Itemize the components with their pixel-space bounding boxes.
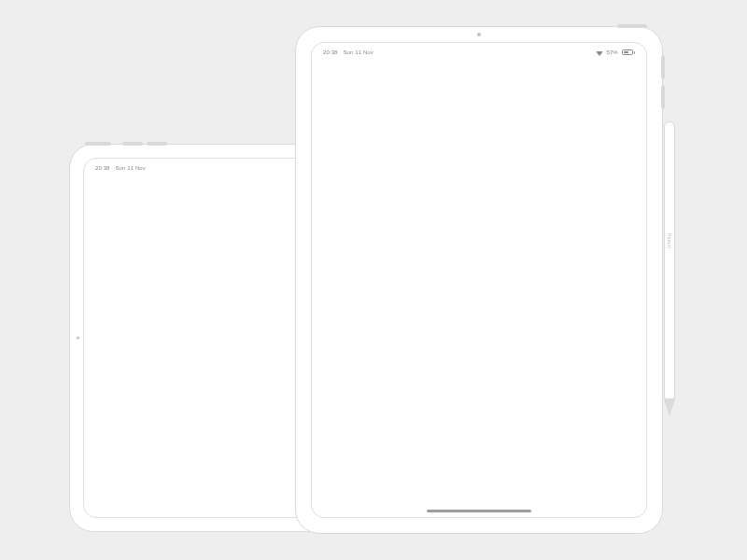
volume-up-button (122, 142, 143, 146)
status-time: 20:38 (323, 49, 338, 55)
status-date: Sun 11 Nov (344, 49, 374, 55)
battery-percent: 57% (607, 49, 618, 55)
home-indicator (427, 510, 531, 512)
status-bar: 20:38 Sun 11 Nov 57% (312, 43, 646, 58)
apple-pencil-mockup: Pencil (664, 121, 675, 420)
power-button (617, 24, 647, 28)
status-time: 20:38 (95, 165, 110, 171)
volume-down-button (147, 142, 167, 146)
ipad-12-9-screen: 20:38 Sun 11 Nov 57% (311, 42, 647, 518)
battery-icon (622, 49, 635, 55)
front-camera-icon (477, 33, 481, 36)
status-date: Sun 11 Nov (116, 165, 146, 171)
power-button (85, 142, 111, 146)
front-camera-icon (77, 337, 79, 340)
volume-up-button (661, 55, 665, 79)
pencil-tip-icon (665, 399, 674, 414)
wifi-icon (596, 51, 603, 56)
pencil-label: Pencil (667, 233, 672, 249)
volume-down-button (661, 85, 665, 109)
pencil-body (664, 121, 675, 399)
ipad-12-9-inch-mockup: 20:38 Sun 11 Nov 57% (295, 26, 663, 534)
